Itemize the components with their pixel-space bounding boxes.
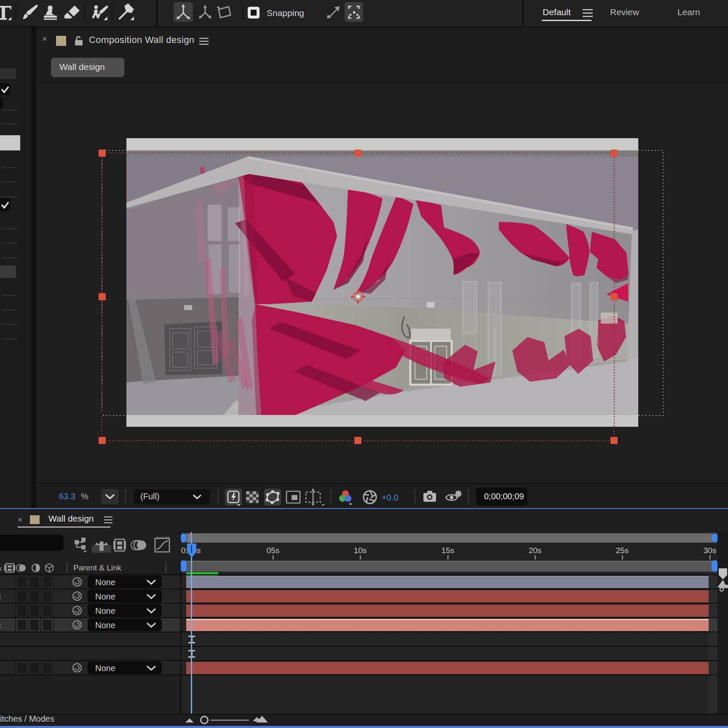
svg-text:25s: 25s	[616, 546, 629, 555]
svg-text:Snapping: Snapping	[267, 8, 304, 18]
svg-text:20s: 20s	[529, 546, 542, 555]
svg-text:+0.0: +0.0	[382, 493, 398, 502]
svg-text:15s: 15s	[442, 546, 455, 555]
svg-text:Parent & Link: Parent & Link	[73, 563, 122, 572]
svg-text:30s: 30s	[704, 546, 717, 555]
svg-text:05s: 05s	[267, 546, 280, 555]
svg-text:10s: 10s	[354, 546, 367, 555]
svg-text:x: x	[0, 565, 2, 573]
